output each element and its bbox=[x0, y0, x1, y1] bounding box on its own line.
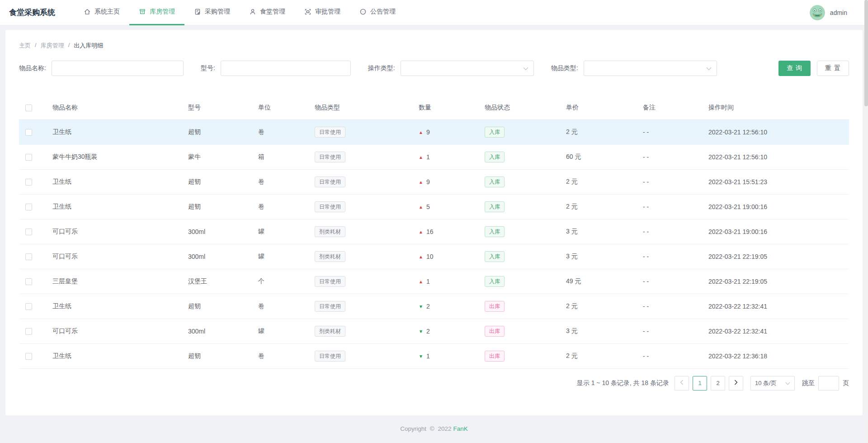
cell-status: 入库 bbox=[476, 119, 558, 144]
qty-up-arrow-icon bbox=[419, 130, 423, 135]
qty-up-arrow-icon bbox=[419, 205, 423, 210]
column-header: 单位 bbox=[250, 96, 307, 119]
breadcrumb-current: 出入库明细 bbox=[74, 42, 103, 50]
nav-item-warehouse[interactable]: 库房管理 bbox=[129, 0, 184, 25]
cell-item-type: 日常使用 bbox=[307, 169, 410, 194]
qty-up-arrow-icon bbox=[419, 279, 423, 284]
row-checkbox-cell bbox=[19, 269, 44, 294]
qty-up-arrow-icon bbox=[419, 229, 423, 234]
row-checkbox[interactable] bbox=[25, 179, 32, 186]
cell-item-type: 日常使用 bbox=[307, 269, 410, 294]
quantity-value: 1 bbox=[426, 153, 430, 161]
column-header: 备注 bbox=[635, 96, 700, 119]
cell-quantity: 9 bbox=[410, 169, 476, 194]
cell-time: 2022-03-21 12:56:10 bbox=[700, 144, 849, 169]
item-type-select[interactable] bbox=[584, 61, 717, 76]
row-checkbox[interactable] bbox=[25, 129, 32, 136]
page-button-1[interactable]: 1 bbox=[693, 376, 707, 391]
select-all-checkbox[interactable] bbox=[25, 105, 32, 111]
copyright-year: 2022 bbox=[438, 425, 452, 432]
row-checkbox[interactable] bbox=[25, 253, 32, 260]
column-header: 操作时间 bbox=[700, 96, 849, 119]
column-header: 物品名称 bbox=[44, 96, 180, 119]
next-page-button[interactable] bbox=[729, 376, 743, 391]
scrollbar-thumb[interactable] bbox=[864, 0, 868, 106]
row-checkbox-cell bbox=[19, 294, 44, 319]
item-name-input[interactable] bbox=[52, 61, 184, 76]
scrollbar[interactable] bbox=[864, 0, 868, 443]
page-size-select[interactable]: 10 条/页 bbox=[750, 376, 795, 391]
model-input[interactable] bbox=[221, 61, 351, 76]
cell-item-type: 剂类耗材 bbox=[307, 219, 410, 244]
quantity-value: 9 bbox=[426, 178, 430, 186]
row-checkbox[interactable] bbox=[25, 328, 32, 335]
chevron-down-icon bbox=[785, 380, 790, 386]
column-header: 型号 bbox=[180, 96, 250, 119]
row-checkbox[interactable] bbox=[25, 353, 32, 360]
breadcrumb-home[interactable]: 主页 bbox=[19, 42, 31, 50]
filter-bar: 物品名称: 型号: 操作类型: 物品类型: 查 询 重 置 bbox=[19, 61, 849, 76]
nav-item-announcement[interactable]: 公告管理 bbox=[350, 0, 405, 25]
app-title[interactable]: 食堂采购系统 bbox=[9, 7, 55, 18]
search-button[interactable]: 查 询 bbox=[778, 61, 811, 76]
page-footer: Copyright © 2022 FanK bbox=[0, 415, 868, 432]
table-body: 卫生纸超韧卷日常使用9入库2 元- -2022-03-21 12:56:10蒙牛… bbox=[19, 119, 849, 368]
page-button-2[interactable]: 2 bbox=[711, 376, 725, 391]
cell-price: 60 元 bbox=[558, 144, 635, 169]
column-header: 单价 bbox=[558, 96, 635, 119]
reset-button[interactable]: 重 置 bbox=[817, 61, 849, 76]
breadcrumb-separator: / bbox=[35, 42, 37, 50]
status-tag: 入库 bbox=[485, 201, 505, 212]
nav-item-label: 库房管理 bbox=[150, 8, 175, 16]
cell-item-type: 日常使用 bbox=[307, 144, 410, 169]
user-menu[interactable]: admin bbox=[810, 5, 868, 20]
prev-page-button[interactable] bbox=[675, 376, 689, 391]
row-checkbox[interactable] bbox=[25, 303, 32, 310]
chevron-left-icon bbox=[680, 380, 684, 386]
row-checkbox-cell bbox=[19, 319, 44, 343]
row-checkbox[interactable] bbox=[25, 204, 32, 210]
cell-note: - - bbox=[635, 244, 700, 269]
cell-quantity: 9 bbox=[410, 119, 476, 144]
cell-unit: 罐 bbox=[250, 319, 307, 343]
operation-type-select[interactable] bbox=[401, 61, 534, 76]
breadcrumb-warehouse[interactable]: 库房管理 bbox=[41, 42, 64, 50]
cell-unit: 卷 bbox=[250, 169, 307, 194]
row-checkbox-cell bbox=[19, 169, 44, 194]
cell-price: 49 元 bbox=[558, 269, 635, 294]
status-tag: 入库 bbox=[485, 226, 505, 237]
jump-page-input[interactable] bbox=[818, 376, 839, 391]
cell-note: - - bbox=[635, 319, 700, 343]
nav-item-canteen[interactable]: 食堂管理 bbox=[240, 0, 295, 25]
table-row: 蒙牛牛奶30瓶装蒙牛箱日常使用1入库60 元- -2022-03-21 12:5… bbox=[19, 144, 849, 169]
cell-unit: 卷 bbox=[250, 294, 307, 319]
cell-status: 出库 bbox=[476, 294, 558, 319]
cell-model: 300ml bbox=[180, 319, 250, 343]
copyright-text: Copyright bbox=[400, 425, 426, 432]
row-checkbox[interactable] bbox=[25, 154, 32, 161]
item-type-tag: 剂类耗材 bbox=[315, 326, 345, 337]
nav-item-label: 审批管理 bbox=[315, 8, 340, 16]
row-checkbox[interactable] bbox=[25, 278, 32, 285]
table-row: 卫生纸超韧卷日常使用1出库2 元- -2022-03-22 12:36:18 bbox=[19, 343, 849, 368]
cell-unit: 个 bbox=[250, 269, 307, 294]
nav-item-procurement[interactable]: 采购管理 bbox=[184, 0, 240, 25]
nav-item-approval[interactable]: 审批管理 bbox=[295, 0, 350, 25]
quantity-value: 10 bbox=[426, 253, 434, 260]
table-row: 可口可乐300ml罐剂类耗材16入库3 元- -2022-03-21 19:00… bbox=[19, 219, 849, 244]
qty-up-arrow-icon bbox=[419, 254, 423, 259]
cell-item-name: 卫生纸 bbox=[44, 343, 180, 368]
cell-price: 2 元 bbox=[558, 294, 635, 319]
column-header: 物品类型 bbox=[307, 96, 410, 119]
nav-item-home[interactable]: 系统主页 bbox=[74, 0, 129, 25]
procurement-icon bbox=[194, 8, 201, 15]
row-checkbox[interactable] bbox=[25, 229, 32, 235]
cell-item-name: 蒙牛牛奶30瓶装 bbox=[44, 144, 180, 169]
table-row: 卫生纸超韧卷日常使用9入库2 元- -2022-03-21 12:56:10 bbox=[19, 119, 849, 144]
cell-model: 超韧 bbox=[180, 119, 250, 144]
cell-status: 入库 bbox=[476, 169, 558, 194]
cell-note: - - bbox=[635, 294, 700, 319]
quantity-value: 16 bbox=[426, 228, 434, 235]
cell-time: 2022-03-22 12:32:41 bbox=[700, 319, 849, 343]
nav-item-label: 公告管理 bbox=[370, 8, 396, 16]
